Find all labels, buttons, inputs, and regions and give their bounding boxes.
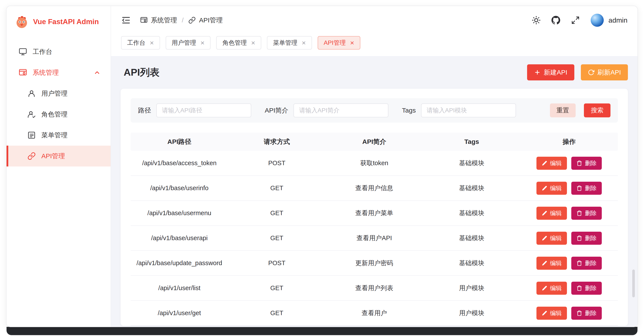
tab-close-icon[interactable]: × xyxy=(251,39,255,46)
table-row: /api/v1/base/userinfo GET 查看用户信息 基础模块 编辑 xyxy=(131,176,618,201)
cell-tags: 用户模块 xyxy=(423,309,520,318)
breadcrumb-item-api[interactable]: API管理 xyxy=(188,16,222,25)
role-icon xyxy=(28,110,36,118)
edit-button[interactable]: 编辑 xyxy=(536,207,567,220)
tab-label: 菜单管理 xyxy=(273,39,298,47)
github-button[interactable] xyxy=(552,16,560,24)
user-menu[interactable]: admin xyxy=(591,14,628,27)
trash-icon xyxy=(576,210,582,216)
sidebar-item-api-management[interactable]: API管理 xyxy=(6,146,110,167)
delete-button[interactable]: 删除 xyxy=(571,207,602,220)
system-icon xyxy=(19,68,27,77)
filter-summary: API简介 xyxy=(265,103,388,117)
trash-icon xyxy=(576,235,582,241)
breadcrumb-item-system[interactable]: 系统管理 xyxy=(140,16,177,25)
header-actions: admin xyxy=(532,14,628,27)
tab[interactable]: 用户管理 × xyxy=(166,36,211,50)
edit-button[interactable]: 编辑 xyxy=(536,157,567,170)
table-row: /api/v1/user/get GET 查看用户 用户模块 编辑 xyxy=(131,301,618,326)
cell-api-path: /api/v1/base/usermenu xyxy=(131,209,228,217)
path-label: 路径 xyxy=(138,106,151,115)
sidebar-item-menu-management[interactable]: 菜单管理 xyxy=(6,125,110,146)
cell-actions: 编辑 删除 xyxy=(520,207,618,220)
user-icon xyxy=(28,89,36,98)
cell-summary: 查看用户菜单 xyxy=(326,209,423,218)
delete-button[interactable]: 删除 xyxy=(571,232,602,245)
tab[interactable]: API管理 × xyxy=(318,36,360,50)
cell-actions: 编辑 删除 xyxy=(520,307,618,320)
tags-label: Tags xyxy=(402,107,416,114)
pencil-icon xyxy=(542,161,547,166)
tab-label: 角色管理 xyxy=(222,39,247,47)
filter-bar: 路径 API简介 Tags 重置 搜索 xyxy=(131,98,618,123)
tags-input[interactable] xyxy=(421,103,516,117)
cell-tags: 基础模块 xyxy=(423,259,520,268)
github-icon xyxy=(552,16,560,24)
sidebar-item-role-management[interactable]: 角色管理 xyxy=(6,104,110,125)
edit-button[interactable]: 编辑 xyxy=(536,182,567,195)
tab-close-icon[interactable]: × xyxy=(200,39,205,46)
tab-label: 用户管理 xyxy=(172,39,196,47)
cell-summary: 查看用户 xyxy=(326,309,423,318)
sidebar-item-label: 菜单管理 xyxy=(41,131,68,140)
cell-api-path: /api/v1/base/access_token xyxy=(131,160,228,167)
tab-close-icon[interactable]: × xyxy=(150,39,154,46)
page-content: API列表 新建API 刷新API 路径 xyxy=(111,56,638,327)
trash-icon xyxy=(576,260,582,266)
cell-method: POST xyxy=(228,260,326,267)
workbench-icon xyxy=(19,48,27,56)
sidebar-item-user-management[interactable]: 用户管理 xyxy=(6,83,110,104)
tab-close-icon[interactable]: × xyxy=(302,39,306,46)
top-header: 系统管理 / API管理 xyxy=(111,6,638,34)
tab-close-icon[interactable]: × xyxy=(350,39,354,46)
app-window: Vue FastAPI Admin 工作台 系统管理 用户管理 角色管理 xyxy=(6,6,638,327)
tab-label: 工作台 xyxy=(127,39,146,47)
sidebar-item-system-management[interactable]: 系统管理 xyxy=(6,62,110,83)
edit-button[interactable]: 编辑 xyxy=(536,257,567,270)
search-button[interactable]: 搜索 xyxy=(584,103,610,117)
cell-method: POST xyxy=(228,160,326,167)
summary-input[interactable] xyxy=(294,103,388,117)
fullscreen-button[interactable] xyxy=(571,16,580,24)
page-header: API列表 新建API 刷新API xyxy=(120,56,628,89)
pencil-icon xyxy=(542,235,547,241)
sidebar-item-label: 工作台 xyxy=(33,47,52,56)
cell-summary: 更新用户密码 xyxy=(326,259,423,268)
delete-button[interactable]: 删除 xyxy=(571,257,602,270)
sidebar: Vue FastAPI Admin 工作台 系统管理 用户管理 角色管理 xyxy=(6,6,111,327)
delete-button[interactable]: 删除 xyxy=(571,182,602,195)
table-row: /api/v1/base/update_password POST 更新用户密码… xyxy=(131,251,618,276)
sidebar-item-workbench[interactable]: 工作台 xyxy=(6,41,110,62)
theme-toggle-button[interactable] xyxy=(532,16,540,24)
breadcrumb-separator: / xyxy=(177,16,188,24)
delete-button[interactable]: 删除 xyxy=(571,282,602,295)
tab[interactable]: 工作台 × xyxy=(121,36,160,50)
refresh-api-button[interactable]: 刷新API xyxy=(581,64,628,80)
cell-summary: 查看用户列表 xyxy=(326,284,423,293)
app-logo[interactable]: Vue FastAPI Admin xyxy=(6,6,110,30)
new-api-button[interactable]: 新建API xyxy=(527,64,574,80)
edit-button[interactable]: 编辑 xyxy=(536,282,567,295)
summary-label: API简介 xyxy=(265,106,288,115)
cell-api-path: /api/v1/base/userinfo xyxy=(131,184,228,192)
vertical-scrollbar-thumb[interactable] xyxy=(632,270,635,297)
menu-fold-icon xyxy=(121,15,131,25)
link-icon xyxy=(188,16,196,24)
breadcrumb: 系统管理 / API管理 xyxy=(140,16,223,25)
delete-button[interactable]: 删除 xyxy=(571,157,602,170)
reset-button[interactable]: 重置 xyxy=(550,103,576,117)
cell-tags: 用户模块 xyxy=(423,284,520,293)
tab[interactable]: 菜单管理 × xyxy=(267,36,312,50)
cell-api-path: /api/v1/base/userapi xyxy=(131,234,228,242)
edit-button[interactable]: 编辑 xyxy=(536,232,567,245)
path-input[interactable] xyxy=(156,103,251,117)
background-window-strip xyxy=(6,327,638,335)
delete-button[interactable]: 删除 xyxy=(571,307,602,320)
plus-icon xyxy=(534,69,540,76)
cell-summary: 获取token xyxy=(326,159,423,168)
username: admin xyxy=(608,16,628,24)
menu-list-icon xyxy=(28,131,36,139)
edit-button[interactable]: 编辑 xyxy=(536,307,567,320)
sidebar-collapse-button[interactable] xyxy=(121,15,131,25)
tab[interactable]: 角色管理 × xyxy=(216,36,261,50)
